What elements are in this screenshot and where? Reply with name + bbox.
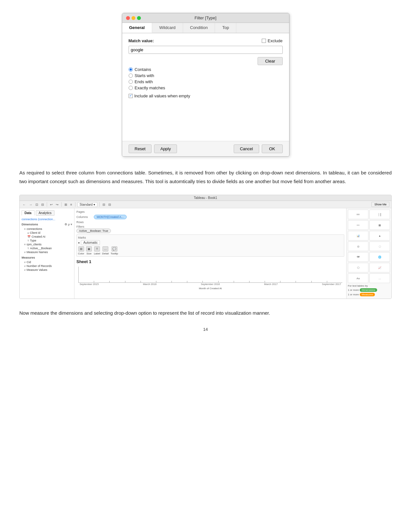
chart-type-4[interactable]: ▦ [369,220,390,230]
marks-type-icon: ● [78,241,80,244]
sep2 [61,202,62,207]
show-me-hint3: 1 or more [348,293,359,296]
toolbar-grid[interactable]: ⊞ [64,202,68,207]
radio-exactly-matches[interactable]: Exactly matches [129,85,283,90]
chart-type-8[interactable]: ◌ [369,241,390,251]
include-all-row[interactable]: Include all values when empty [129,94,283,98]
tick [171,281,172,282]
tick [202,281,203,282]
marks-items-row: ⊞ Color ◉ Size T Label … Detail [78,246,343,255]
show-me-measures-row: 1 or more Measures [348,292,390,296]
measure-number-of-records: # Number of Records [22,264,72,268]
tab-general[interactable]: General [122,23,152,33]
timeline-labels: September 2015 March 2016 September 2016… [80,283,341,286]
ok-button[interactable]: OK [262,144,283,153]
marks-size-label: Size [86,252,92,255]
marks-tooltip[interactable]: 💬 Tooltip [111,246,118,255]
data-tab[interactable]: Data [22,210,34,216]
toolbar-standard-dropdown[interactable]: Standard ▾ [77,202,97,207]
tableau-left-panel: Data Analytics connections (connection..… [20,208,74,299]
filter-dialog: Filter [Type] General Wildcard Condition… [122,13,289,157]
include-all-checkbox[interactable] [129,94,133,98]
detail-icon: … [103,246,108,251]
toolbar-back[interactable]: ← [22,202,27,207]
marks-automatic-dropdown[interactable]: Automatic [81,240,100,245]
tick [234,281,234,282]
rows-shelf: Rows [76,221,344,224]
radio-contains[interactable]: Contains [129,67,283,72]
filter-dialog-wrapper: Filter [Type] General Wildcard Condition… [19,13,392,157]
exclude-checkbox[interactable] [262,39,266,43]
marks-detail[interactable]: … Detail [102,246,109,255]
chart-type-9[interactable]: 🗺 [348,252,368,262]
cancel-button[interactable]: Cancel [234,144,259,153]
chart-type-5[interactable]: 📊 [348,231,368,241]
chart-type-13[interactable]: Aa [348,273,368,283]
tab-wildcard[interactable]: Wildcard [152,23,183,33]
marks-tooltip-label: Tooltip [111,252,118,255]
tab-condition[interactable]: Condition [183,23,215,33]
analytics-tab[interactable]: Analytics [36,210,54,216]
chart-type-7[interactable]: ◎ [348,241,368,251]
toolbar-fit[interactable]: ⊟ [102,202,106,207]
sheet-title: Sheet 1 [76,259,344,264]
toolbar-new[interactable]: ⊟ [40,202,45,207]
chart-type-3[interactable]: ≈≈ [348,220,368,230]
dialog-spacer [129,98,283,137]
tick [125,281,125,282]
maximize-button[interactable] [137,16,141,20]
dim-client-id: a Client id [22,231,72,235]
marks-color[interactable]: ⊞ Color [78,246,84,255]
size-icon: ◉ [86,246,92,251]
filters-pill[interactable]: Active__Boolean: True [76,229,111,233]
tick [311,281,312,282]
chart-type-14[interactable]: … [369,273,390,283]
chart-type-12[interactable]: 📈 [369,263,390,272]
toolbar-device[interactable]: ⊟ [107,202,112,207]
radio-label-contains: Contains [135,67,151,72]
show-me-button[interactable]: Show Me [371,202,389,207]
match-value-row: Match value: Exclude [129,38,283,43]
marks-size[interactable]: ◉ Size [86,246,92,255]
pages-label: Pages [76,210,93,213]
toolbar-save[interactable]: ⊡ [34,202,39,207]
tab-top[interactable]: Top [215,23,236,33]
toolbar-redo[interactable]: ↪ [55,202,59,207]
clear-btn-row: Clear [129,57,283,65]
label-sep2015: September 2015 [80,283,99,286]
clear-button[interactable]: Clear [258,57,282,65]
radio-label-starts-with: Starts with [135,73,154,78]
include-all-label: Include all values when empty [134,94,190,98]
radio-ends-with[interactable]: Ends with [129,79,283,84]
apply-button[interactable]: Apply [154,144,177,153]
close-button[interactable] [126,16,130,20]
color-icon: ⊞ [78,246,84,251]
label-icon: T [94,246,100,251]
match-input[interactable] [129,46,283,54]
minimize-button[interactable] [132,16,135,20]
dimensions-header: Dimensions ⚙ ρ ▾ [22,223,72,226]
dim-measure-names: # Measure Names [22,250,72,254]
chart-type-6[interactable]: ▲ [369,231,390,241]
measure-values: # Measure Values [22,268,72,272]
filter-title-bar: Filter [Type] [122,13,289,23]
radio-circle-exactly-matches [129,86,133,90]
toolbar-forward[interactable]: → [28,202,33,207]
tick [296,281,296,282]
radio-starts-with[interactable]: Starts with [129,73,283,78]
tableau-center: Pages Columns MONTH(Created A... Rows Fi… [74,208,346,299]
reset-button[interactable]: Reset [129,144,152,153]
chart-type-11[interactable]: ⬡ [348,263,368,272]
toolbar-undo[interactable]: ↩ [49,202,54,207]
toolbar-layout[interactable]: ≡ [69,202,73,207]
tableau-screenshot: Tableau - Book1 ← → ⊡ ⊟ ↩ ↪ ⊞ ≡ Standard… [19,195,392,299]
marks-label: Marks [78,236,343,239]
marks-label[interactable]: T Label [94,246,100,255]
columns-pill[interactable]: MONTH(Created A... [94,215,127,219]
timeline-chart [78,267,342,283]
chart-type-10[interactable]: 🌐 [369,252,390,262]
data-source[interactable]: connections (connection... [22,218,72,221]
chart-type-1[interactable]: ≡≡ [348,210,368,219]
label-mar2016: March 2016 [143,283,156,286]
chart-type-2[interactable]: │║ [369,210,390,219]
